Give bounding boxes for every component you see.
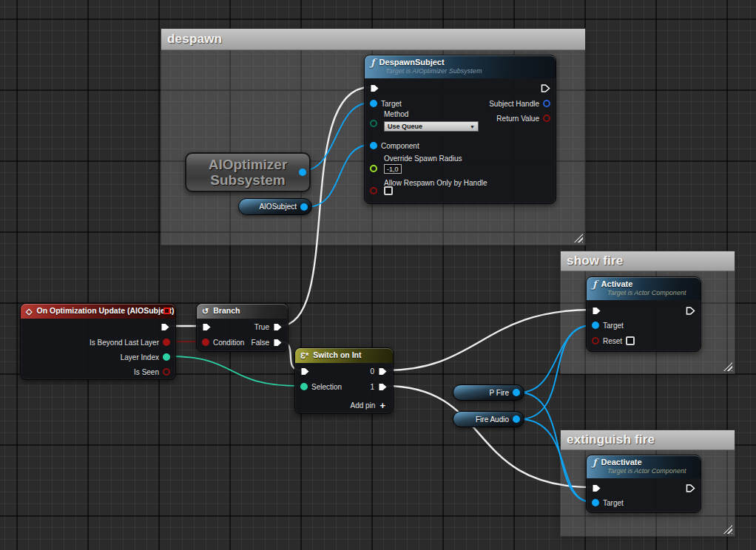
object-pin-icon [592, 499, 599, 506]
despawnsubject-method-pin[interactable] [370, 118, 377, 129]
bool-pin-icon [202, 339, 209, 346]
node-despawn-subject[interactable]: ƒ DespawnSubject Target is AIOptimizer S… [364, 55, 556, 204]
switch-add-pin-button[interactable]: Add pin + [350, 400, 385, 410]
switch-icon: Ɛ* [300, 352, 308, 359]
event-exec-out-pin[interactable] [161, 322, 170, 332]
wire-switch-1-to-deactivate-exec[interactable] [385, 386, 592, 487]
node-despawn-subject-header[interactable]: ƒ DespawnSubject Target is AIOptimizer S… [365, 55, 556, 78]
branch-condition-label: Condition [213, 339, 244, 347]
node-activate-header[interactable]: ƒ Activate Target is Actor Component [587, 277, 701, 300]
despawnsubject-override-radius-value: -1,0 [387, 166, 399, 173]
despawnsubject-component-pin[interactable]: Component [370, 140, 419, 151]
p-fire-output-pin[interactable] [513, 389, 520, 396]
branch-false-label: False [252, 339, 269, 347]
event-delegate-pin[interactable] [163, 308, 170, 314]
bool-pin-icon [163, 339, 170, 346]
aioptimizer-subsystem-line1: AIOptimizer [209, 157, 288, 172]
dropdown-arrow-icon: ▼ [470, 124, 475, 129]
node-on-optimization-update-header[interactable]: ◇ On Optimization Update (AIOSubject) [21, 304, 175, 319]
node-on-optimization-update-title: On Optimization Update (AIOSubject) [36, 306, 174, 316]
event-is-beyond-last-layer-pin[interactable]: Is Beyond Last Layer [90, 337, 170, 347]
node-p-fire[interactable]: P Fire [453, 384, 524, 401]
event-is-beyond-last-layer-label: Is Beyond Last Layer [90, 339, 159, 347]
exec-in-icon [592, 306, 601, 316]
branch-true-pin[interactable]: True [254, 322, 283, 332]
aio-subject-label: AIOSubject [259, 203, 297, 211]
switch-case-1-pin[interactable]: 1 [370, 381, 388, 392]
enum-pin-icon [370, 120, 377, 127]
wire-layerindex-to-selection[interactable] [169, 356, 300, 386]
switch-exec-in-pin[interactable] [300, 366, 310, 376]
aioptimizer-subsystem-output-pin[interactable] [299, 169, 306, 176]
fire-audio-output-pin[interactable] [513, 415, 520, 423]
node-despawn-subject-title: DespawnSubject [379, 58, 445, 67]
despawnsubject-subject-handle-label: Subject Handle [489, 100, 539, 108]
wire-pfire-to-deactivate-target[interactable] [519, 393, 592, 502]
bool-pin-icon [592, 337, 599, 344]
deactivate-target-pin[interactable]: Target [592, 498, 624, 508]
despawnsubject-return-value-pin[interactable]: Return Value [496, 113, 550, 123]
despawnsubject-allow-respawn-checkbox[interactable] [384, 186, 393, 195]
p-fire-label: P Fire [490, 389, 510, 397]
node-switch-on-int[interactable]: Ɛ* Switch on Int Selection 0 1 Add pin + [294, 347, 394, 414]
activate-reset-pin[interactable]: Reset [592, 336, 635, 346]
wire-fireaudio-to-deactivate-target[interactable] [519, 419, 592, 502]
node-switch-on-int-title: Switch on Int [313, 350, 361, 360]
node-fire-audio[interactable]: Fire Audio [453, 411, 524, 427]
switch-case-0-label: 0 [370, 367, 374, 376]
event-is-seen-pin[interactable]: Is Seen [134, 367, 170, 377]
blueprint-graph-canvas[interactable]: despawn show fire extinguish fire [0, 0, 756, 550]
wire-pfire-to-activate-target[interactable] [519, 325, 592, 393]
despawnsubject-allow-respawn-label: Allow Respawn Only by Handle [384, 179, 487, 187]
despawnsubject-method-dropdown[interactable]: Use Queue ▼ [384, 121, 479, 132]
despawnsubject-override-radius-input[interactable]: -1,0 [384, 164, 402, 174]
node-switch-on-int-header[interactable]: Ɛ* Switch on Int [295, 348, 393, 363]
function-icon: ƒ [593, 459, 597, 466]
switch-case-0-pin[interactable]: 0 [370, 366, 388, 376]
activate-target-pin[interactable]: Target [592, 320, 624, 330]
branch-condition-pin[interactable]: Condition [202, 337, 244, 347]
node-branch[interactable]: ↺ Branch Condition True False [196, 303, 288, 352]
exec-out-icon [541, 84, 550, 93]
despawnsubject-exec-in-pin[interactable] [370, 83, 379, 93]
node-aioptimizer-subsystem[interactable]: AIOptimizer Subsystem [185, 152, 311, 192]
exec-out-icon [161, 322, 170, 332]
despawnsubject-subject-handle-pin[interactable]: Subject Handle [489, 98, 550, 109]
node-branch-header[interactable]: ↺ Branch [197, 304, 288, 319]
node-aio-subject[interactable]: AIOSubject [238, 198, 312, 215]
wire-aiosubject-to-component[interactable] [307, 145, 370, 207]
event-is-seen-label: Is Seen [134, 368, 159, 376]
exec-out-icon [686, 306, 695, 316]
wire-fireaudio-to-activate-target[interactable] [519, 325, 592, 419]
despawnsubject-exec-out-pin[interactable] [541, 83, 550, 93]
aioptimizer-subsystem-line2: Subsystem [209, 172, 288, 188]
deactivate-exec-in-pin[interactable] [592, 483, 601, 493]
node-activate[interactable]: ƒ Activate Target is Actor Component Tar… [586, 276, 701, 352]
despawnsubject-override-radius-pin[interactable] [370, 163, 377, 174]
despawnsubject-target-pin[interactable]: Target [370, 98, 402, 109]
deactivate-exec-out-pin[interactable] [686, 483, 695, 493]
exec-in-icon [300, 367, 310, 376]
branch-exec-in-pin[interactable] [202, 322, 212, 332]
plus-icon: + [379, 400, 385, 411]
event-layer-index-label: Layer Index [121, 353, 159, 361]
aio-subject-output-pin[interactable] [300, 203, 308, 211]
node-deactivate-header[interactable]: ƒ Deactivate Target is Actor Component [587, 455, 701, 478]
node-deactivate[interactable]: ƒ Deactivate Target is Actor Component T… [586, 455, 701, 513]
activate-exec-in-pin[interactable] [592, 305, 601, 316]
exec-out-icon [378, 382, 388, 392]
event-layer-index-pin[interactable]: Layer Index [121, 352, 170, 362]
event-icon: ◇ [26, 308, 32, 315]
exec-in-icon [370, 84, 379, 93]
activate-reset-checkbox[interactable] [626, 336, 635, 345]
branch-false-pin[interactable]: False [252, 337, 283, 347]
despawnsubject-allow-respawn-pin[interactable] [370, 186, 377, 196]
bool-pin-icon [163, 368, 170, 376]
wire-switch-0-to-activate-exec[interactable] [385, 310, 592, 370]
node-on-optimization-update[interactable]: ◇ On Optimization Update (AIOSubject) Is… [20, 303, 176, 380]
deactivate-target-label: Target [603, 499, 624, 507]
despawnsubject-component-label: Component [381, 142, 419, 150]
activate-exec-out-pin[interactable] [686, 305, 695, 316]
switch-selection-pin[interactable]: Selection [300, 381, 342, 392]
struct-pin-icon [543, 100, 550, 107]
